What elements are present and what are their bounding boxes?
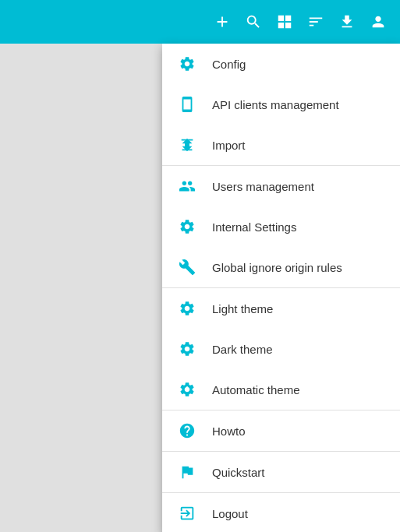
users-management-label: Users management [212,180,314,193]
users-management-icon [175,178,200,195]
menu-section-1: Config API clients management Import [162,44,400,166]
filter-button[interactable] [300,6,331,37]
dark-theme-menu-item[interactable]: Dark theme [162,329,400,369]
quickstart-label: Quickstart [212,466,265,479]
global-ignore-icon [175,259,200,276]
light-theme-icon [175,300,200,317]
api-clients-icon [175,96,200,113]
internal-settings-label: Internal Settings [212,220,296,234]
logout-label: Logout [212,507,248,520]
menu-section-3: Light theme Dark theme A Automatic theme [162,288,400,410]
internal-settings-icon [175,218,200,235]
quickstart-icon [175,463,200,481]
howto-label: Howto [212,425,246,438]
menu-section-6: Logout [162,493,400,532]
config-menu-item[interactable]: Config [162,44,400,84]
download-button[interactable] [331,6,363,37]
api-clients-menu-item[interactable]: API clients management [162,84,400,125]
add-button[interactable] [207,6,238,37]
global-ignore-menu-item[interactable]: Global ignore origin rules [162,247,400,287]
api-clients-label: API clients management [212,98,339,111]
users-management-menu-item[interactable]: Users management [162,166,400,206]
light-theme-menu-item[interactable]: Light theme [162,288,400,329]
internal-settings-menu-item[interactable]: Internal Settings [162,206,400,247]
import-menu-item[interactable]: Import [162,125,400,165]
menu-section-4: Howto [162,410,400,452]
automatic-theme-icon: A [175,381,200,398]
import-icon [175,136,200,153]
menu-section-2: Users management Internal Settings Globa… [162,166,400,288]
search-button[interactable] [238,6,269,37]
global-ignore-label: Global ignore origin rules [212,261,342,274]
dark-theme-icon [175,340,200,358]
light-theme-label: Light theme [212,302,273,315]
logout-menu-item[interactable]: Logout [162,493,400,532]
import-label: Import [212,139,246,152]
automatic-theme-label: Automatic theme [212,383,300,396]
config-label: Config [212,58,246,71]
menu-section-5: Quickstart [162,452,400,493]
howto-menu-item[interactable]: Howto [162,410,400,451]
toolbar [0,0,400,44]
howto-icon [175,422,200,439]
dropdown-menu: Config API clients management Import Use… [162,44,400,532]
config-icon [175,55,200,72]
svg-text:A: A [186,386,189,391]
logout-icon [175,505,200,522]
account-button[interactable] [363,6,394,37]
automatic-theme-menu-item[interactable]: A Automatic theme [162,369,400,410]
grid-button[interactable] [269,6,300,37]
quickstart-menu-item[interactable]: Quickstart [162,452,400,492]
dark-theme-label: Dark theme [212,343,273,356]
